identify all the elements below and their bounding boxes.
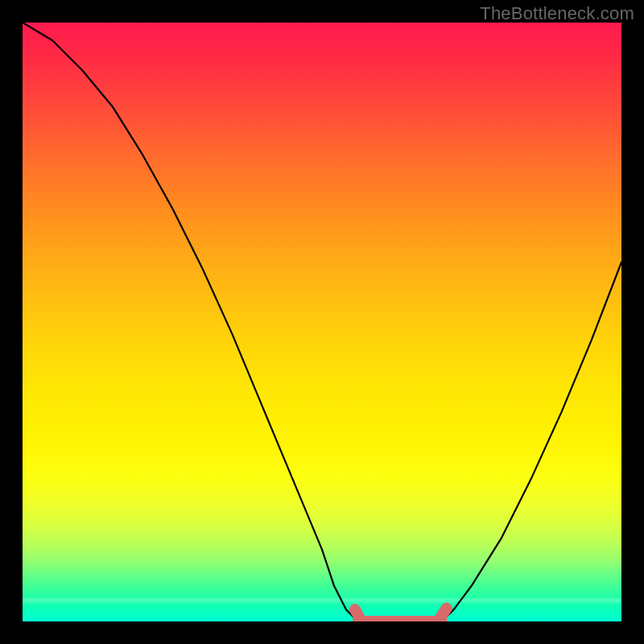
right-curve bbox=[442, 262, 621, 621]
chart-curve-svg bbox=[23, 23, 621, 621]
chart-curves bbox=[23, 23, 621, 621]
left-curve bbox=[23, 23, 358, 621]
watermark-text: TheBottleneck.com bbox=[480, 3, 634, 24]
optimum-left-cap bbox=[355, 609, 361, 620]
chart-area bbox=[23, 23, 621, 621]
optimum-right-cap bbox=[439, 609, 447, 621]
